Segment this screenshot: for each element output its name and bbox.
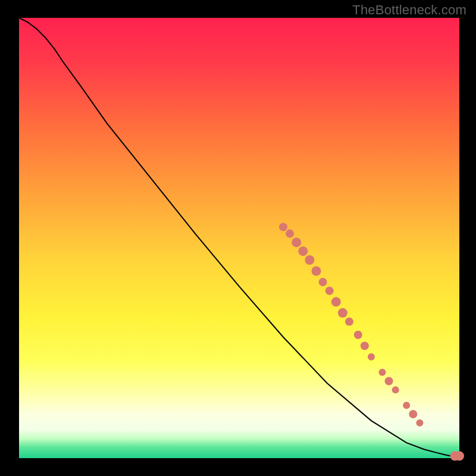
scatter-dot (305, 255, 314, 265)
scatter-dot (403, 402, 410, 409)
scatter-dot (345, 318, 353, 326)
scatter-dot (319, 278, 327, 286)
chart-svg (0, 0, 476, 476)
scatter-dot (312, 267, 321, 276)
scatter-dot (416, 419, 423, 427)
scatter-dot (292, 237, 301, 247)
chart-stage: TheBottleneck.com (0, 0, 476, 476)
scatter-dot (298, 246, 308, 256)
scatter-dot (409, 410, 417, 418)
scatter-dot (455, 451, 464, 461)
scatter-dot (379, 369, 386, 376)
scatter-dot (331, 297, 341, 306)
scatter-dot (338, 308, 347, 318)
scatter-dot (354, 331, 362, 339)
scatter-dot (361, 342, 369, 350)
scatter-dot (279, 223, 287, 231)
scatter-dot (325, 287, 334, 295)
scatter-dot (385, 377, 393, 386)
scatter-dot (286, 230, 294, 238)
scatter-dot (368, 353, 375, 361)
scatter-dot (392, 386, 399, 393)
